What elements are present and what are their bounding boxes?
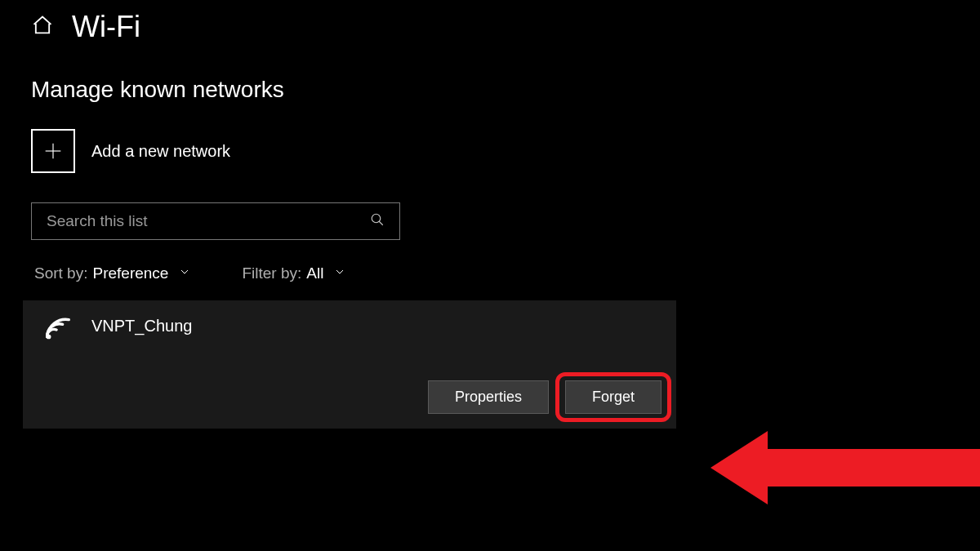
- search-input[interactable]: Search this list: [31, 202, 400, 240]
- svg-point-4: [47, 335, 51, 340]
- search-placeholder: Search this list: [47, 212, 148, 230]
- filter-value: All: [306, 264, 323, 282]
- home-icon[interactable]: [31, 14, 54, 40]
- filter-label: Filter by:: [242, 264, 301, 282]
- filter-dropdown[interactable]: Filter by: All: [242, 264, 346, 282]
- add-network-button[interactable]: Add a new network: [0, 103, 980, 173]
- wifi-icon: [42, 313, 74, 348]
- annotation-arrow: [710, 431, 980, 504]
- svg-point-2: [372, 214, 381, 223]
- page-header: Wi-Fi: [0, 0, 980, 44]
- network-actions: Properties Forget: [38, 380, 662, 414]
- chevron-down-icon: [328, 265, 346, 282]
- sort-label: Sort by:: [34, 264, 87, 282]
- sort-dropdown[interactable]: Sort by: Preference: [34, 264, 191, 282]
- add-network-label: Add a new network: [91, 142, 230, 161]
- list-controls: Sort by: Preference Filter by: All: [0, 240, 980, 282]
- plus-icon: [31, 129, 75, 173]
- properties-button[interactable]: Properties: [428, 380, 549, 414]
- svg-line-3: [379, 221, 383, 225]
- search-icon: [370, 212, 385, 230]
- page-title: Wi-Fi: [72, 10, 140, 44]
- network-name: VNPT_Chung: [91, 317, 192, 335]
- network-item-header: VNPT_Chung: [38, 313, 662, 348]
- manage-networks-heading: Manage known networks: [0, 44, 980, 103]
- network-list-item[interactable]: VNPT_Chung Properties Forget: [23, 300, 676, 429]
- forget-button[interactable]: Forget: [565, 380, 662, 414]
- sort-value: Preference: [92, 264, 168, 282]
- chevron-down-icon: [173, 265, 191, 282]
- svg-marker-5: [710, 431, 980, 504]
